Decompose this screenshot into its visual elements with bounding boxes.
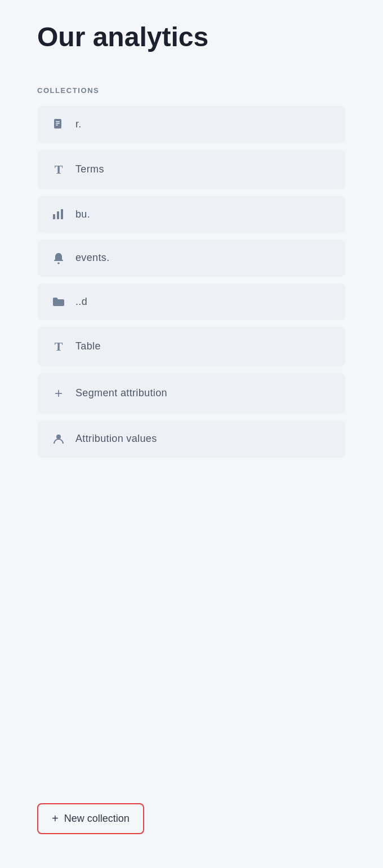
document-icon bbox=[51, 118, 66, 131]
collection-name: events. bbox=[75, 252, 110, 264]
list-item[interactable]: r. bbox=[37, 106, 346, 143]
user-icon bbox=[51, 433, 66, 445]
collection-name: Attribution values bbox=[75, 433, 157, 445]
folder-icon bbox=[51, 296, 66, 307]
new-collection-button[interactable]: + New collection bbox=[37, 803, 144, 834]
collection-name: ..d bbox=[75, 296, 87, 308]
plus-icon: + bbox=[52, 812, 59, 825]
collection-name: bu. bbox=[75, 209, 90, 220]
list-item[interactable]: TTable bbox=[37, 327, 346, 366]
page-container: Our analytics COLLECTIONS r.TTerms bu. e… bbox=[0, 0, 383, 525]
list-item[interactable]: Attribution values bbox=[37, 420, 346, 458]
collections-section: COLLECTIONS r.TTerms bu. events. ..dTTab… bbox=[37, 86, 346, 458]
text-icon: T bbox=[51, 162, 66, 177]
svg-point-7 bbox=[57, 262, 60, 264]
plus-icon: + bbox=[51, 386, 66, 401]
collections-list: r.TTerms bu. events. ..dTTable+Segment a… bbox=[37, 106, 346, 458]
collections-section-label: COLLECTIONS bbox=[37, 86, 346, 95]
new-collection-label: New collection bbox=[64, 813, 130, 825]
collection-name: Segment attribution bbox=[75, 387, 167, 399]
chart-icon bbox=[51, 209, 66, 220]
list-item[interactable]: ..d bbox=[37, 284, 346, 320]
svg-rect-5 bbox=[57, 211, 59, 219]
svg-point-8 bbox=[56, 435, 61, 439]
svg-rect-4 bbox=[53, 214, 55, 219]
bell-icon bbox=[51, 252, 66, 264]
svg-rect-6 bbox=[61, 209, 63, 219]
list-item[interactable]: +Segment attribution bbox=[37, 373, 346, 414]
text-icon: T bbox=[51, 339, 66, 354]
svg-rect-1 bbox=[56, 121, 60, 122]
collection-name: Terms bbox=[75, 163, 104, 175]
collection-name: r. bbox=[75, 118, 82, 130]
list-item[interactable]: TTerms bbox=[37, 150, 346, 189]
page-title: Our analytics bbox=[37, 23, 346, 52]
svg-rect-3 bbox=[56, 125, 58, 126]
list-item[interactable]: bu. bbox=[37, 196, 346, 233]
list-item[interactable]: events. bbox=[37, 240, 346, 277]
collection-name: Table bbox=[75, 340, 101, 352]
svg-rect-2 bbox=[56, 123, 60, 124]
